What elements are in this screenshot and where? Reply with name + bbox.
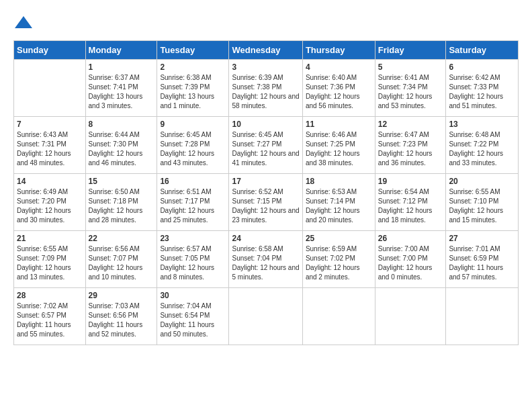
sunset-text: Sunset: 7:23 PM <box>378 140 443 149</box>
calendar-cell: 7Sunrise: 6:43 AMSunset: 7:31 PMDaylight… <box>14 117 86 174</box>
day-number: 17 <box>232 177 299 186</box>
sunrise-text: Sunrise: 6:44 AM <box>89 130 154 140</box>
day-number: 19 <box>378 177 443 186</box>
day-number: 7 <box>17 120 83 129</box>
daylight-text: Daylight: 12 hours and 41 minutes. <box>232 149 299 168</box>
calendar-cell: 9Sunrise: 6:45 AMSunset: 7:28 PMDaylight… <box>157 117 229 174</box>
sunset-text: Sunset: 7:00 PM <box>378 254 443 263</box>
sunset-text: Sunset: 7:31 PM <box>17 140 83 149</box>
sunrise-text: Sunrise: 6:40 AM <box>306 73 372 83</box>
daylight-text: Daylight: 11 hours and 55 minutes. <box>17 320 83 339</box>
daylight-text: Daylight: 12 hours and 33 minutes. <box>449 149 515 168</box>
sunrise-text: Sunrise: 6:39 AM <box>232 73 299 83</box>
day-number: 8 <box>89 120 154 129</box>
daylight-text: Daylight: 12 hours and 2 minutes. <box>306 263 372 282</box>
day-info: Sunrise: 6:58 AMSunset: 7:04 PMDaylight:… <box>232 244 299 282</box>
sunrise-text: Sunrise: 7:03 AM <box>89 302 154 311</box>
calendar-week-row: 21Sunrise: 6:55 AMSunset: 7:09 PMDayligh… <box>14 231 519 288</box>
calendar-cell: 2Sunrise: 6:38 AMSunset: 7:39 PMDaylight… <box>157 60 229 117</box>
calendar-cell: 10Sunrise: 6:45 AMSunset: 7:27 PMDayligh… <box>229 117 302 174</box>
daylight-text: Daylight: 13 hours and 3 minutes. <box>89 92 154 111</box>
calendar-cell: 30Sunrise: 7:04 AMSunset: 6:54 PMDayligh… <box>157 288 229 345</box>
sunset-text: Sunset: 6:54 PM <box>160 311 226 320</box>
day-number: 23 <box>160 234 226 243</box>
sunset-text: Sunset: 7:25 PM <box>306 140 372 149</box>
weekday-header: Monday <box>85 41 157 60</box>
sunrise-text: Sunrise: 6:49 AM <box>17 187 83 197</box>
sunrise-text: Sunrise: 6:37 AM <box>89 73 154 83</box>
weekday-header: Tuesday <box>157 41 229 60</box>
sunrise-text: Sunrise: 6:59 AM <box>306 244 372 254</box>
day-info: Sunrise: 7:00 AMSunset: 7:00 PMDaylight:… <box>378 244 443 282</box>
daylight-text: Daylight: 12 hours and 36 minutes. <box>378 149 443 168</box>
sunrise-text: Sunrise: 7:01 AM <box>449 244 515 254</box>
day-number: 5 <box>378 62 443 72</box>
day-number: 1 <box>89 62 154 72</box>
day-info: Sunrise: 6:47 AMSunset: 7:23 PMDaylight:… <box>378 130 443 168</box>
day-info: Sunrise: 6:59 AMSunset: 7:02 PMDaylight:… <box>306 244 372 282</box>
sunrise-text: Sunrise: 6:51 AM <box>160 187 226 197</box>
day-info: Sunrise: 6:52 AMSunset: 7:15 PMDaylight:… <box>232 187 299 225</box>
day-number: 20 <box>449 177 515 186</box>
logo <box>13 13 35 34</box>
day-number: 6 <box>449 62 515 72</box>
daylight-text: Daylight: 12 hours and 10 minutes. <box>89 263 154 282</box>
calendar-week-row: 14Sunrise: 6:49 AMSunset: 7:20 PMDayligh… <box>14 174 519 231</box>
day-info: Sunrise: 6:41 AMSunset: 7:34 PMDaylight:… <box>378 73 443 111</box>
daylight-text: Daylight: 12 hours and 56 minutes. <box>306 92 372 111</box>
daylight-text: Daylight: 12 hours and 51 minutes. <box>449 92 515 111</box>
day-number: 9 <box>160 120 226 129</box>
daylight-text: Daylight: 12 hours and 5 minutes. <box>232 263 299 282</box>
weekday-header: Friday <box>375 41 446 60</box>
day-number: 14 <box>17 177 83 186</box>
daylight-text: Daylight: 12 hours and 38 minutes. <box>306 149 372 168</box>
day-info: Sunrise: 6:48 AMSunset: 7:22 PMDaylight:… <box>449 130 515 168</box>
sunrise-text: Sunrise: 6:54 AM <box>378 187 443 197</box>
day-info: Sunrise: 6:56 AMSunset: 7:07 PMDaylight:… <box>89 244 154 282</box>
sunrise-text: Sunrise: 6:46 AM <box>306 130 372 140</box>
daylight-text: Daylight: 11 hours and 57 minutes. <box>449 263 515 282</box>
day-number: 2 <box>160 62 226 72</box>
sunset-text: Sunset: 7:10 PM <box>449 197 515 206</box>
day-number: 24 <box>232 234 299 243</box>
calendar-cell: 26Sunrise: 7:00 AMSunset: 7:00 PMDayligh… <box>375 231 446 288</box>
sunset-text: Sunset: 6:57 PM <box>17 311 83 320</box>
day-info: Sunrise: 6:55 AMSunset: 7:10 PMDaylight:… <box>449 187 515 225</box>
daylight-text: Daylight: 11 hours and 52 minutes. <box>89 320 154 339</box>
day-number: 16 <box>160 177 226 186</box>
sunset-text: Sunset: 7:17 PM <box>160 197 226 206</box>
calendar-cell: 4Sunrise: 6:40 AMSunset: 7:36 PMDaylight… <box>302 60 375 117</box>
page-header <box>13 13 519 34</box>
calendar-cell: 1Sunrise: 6:37 AMSunset: 7:41 PMDaylight… <box>85 60 157 117</box>
weekday-header: Saturday <box>446 41 519 60</box>
calendar-week-row: 28Sunrise: 7:02 AMSunset: 6:57 PMDayligh… <box>14 288 519 345</box>
daylight-text: Daylight: 12 hours and 8 minutes. <box>160 263 226 282</box>
day-info: Sunrise: 6:49 AMSunset: 7:20 PMDaylight:… <box>17 187 83 225</box>
daylight-text: Daylight: 12 hours and 13 minutes. <box>17 263 83 282</box>
day-info: Sunrise: 6:54 AMSunset: 7:12 PMDaylight:… <box>378 187 443 225</box>
calendar-cell: 16Sunrise: 6:51 AMSunset: 7:17 PMDayligh… <box>157 174 229 231</box>
sunset-text: Sunset: 7:18 PM <box>89 197 154 206</box>
day-number: 11 <box>306 120 372 129</box>
day-number: 15 <box>89 177 154 186</box>
day-number: 27 <box>449 234 515 243</box>
sunset-text: Sunset: 7:36 PM <box>306 83 372 92</box>
sunrise-text: Sunrise: 6:57 AM <box>160 244 226 254</box>
weekday-header: Wednesday <box>229 41 302 60</box>
sunrise-text: Sunrise: 6:38 AM <box>160 73 226 83</box>
sunrise-text: Sunrise: 6:53 AM <box>306 187 372 197</box>
sunrise-text: Sunrise: 6:42 AM <box>449 73 515 83</box>
calendar-cell: 24Sunrise: 6:58 AMSunset: 7:04 PMDayligh… <box>229 231 302 288</box>
day-info: Sunrise: 6:44 AMSunset: 7:30 PMDaylight:… <box>89 130 154 168</box>
day-number: 28 <box>17 291 83 300</box>
day-number: 21 <box>17 234 83 243</box>
day-info: Sunrise: 7:03 AMSunset: 6:56 PMDaylight:… <box>89 302 154 339</box>
svg-marker-0 <box>15 16 32 28</box>
daylight-text: Daylight: 12 hours and 23 minutes. <box>232 206 299 225</box>
calendar-cell: 20Sunrise: 6:55 AMSunset: 7:10 PMDayligh… <box>446 174 519 231</box>
sunset-text: Sunset: 7:30 PM <box>89 140 154 149</box>
sunset-text: Sunset: 7:04 PM <box>232 254 299 263</box>
calendar-cell: 22Sunrise: 6:56 AMSunset: 7:07 PMDayligh… <box>85 231 157 288</box>
sunrise-text: Sunrise: 6:47 AM <box>378 130 443 140</box>
daylight-text: Daylight: 13 hours and 1 minute. <box>160 92 226 111</box>
